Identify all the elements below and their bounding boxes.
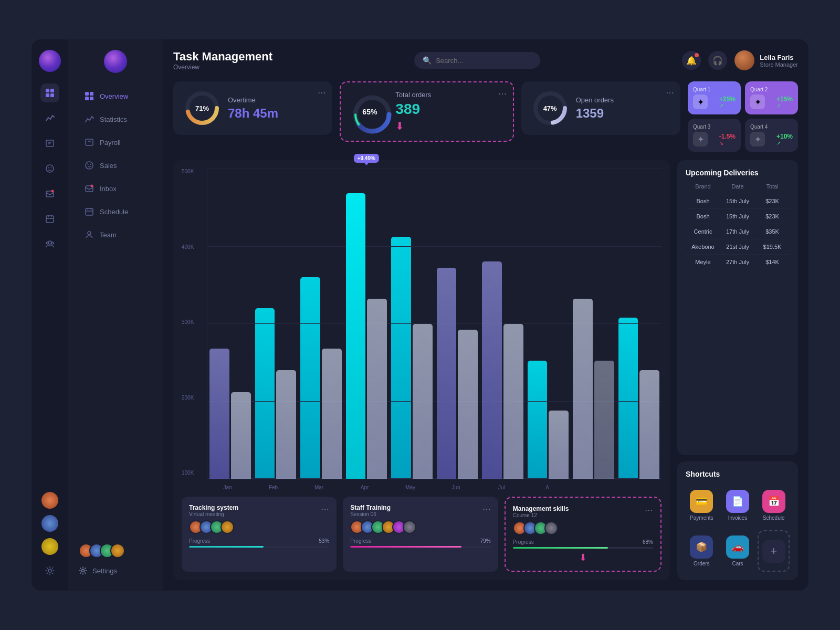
sidebar-item-sales[interactable]: Sales	[74, 155, 158, 176]
bar-aug-light	[549, 411, 569, 479]
bar-group-aug	[528, 169, 569, 479]
staff-progress-fill	[350, 546, 461, 548]
sidebar-item-inbox[interactable]: Inbox	[74, 178, 158, 199]
nav-icon-inbox[interactable]	[40, 184, 59, 203]
x-label-feb: Feb	[253, 485, 294, 490]
bottom-task-cards: Tracking system Virtual meeting ⋯	[182, 497, 662, 572]
shortcut-payments[interactable]: 💳 Payments	[686, 485, 718, 526]
svg-rect-12	[46, 216, 54, 223]
quarter-card-4[interactable]: Quart 4 ✦ +10% ↗	[745, 119, 798, 152]
nav-icon-face[interactable]	[40, 159, 59, 178]
quarter-card-1[interactable]: Quart 1 ✦ +25% ↗	[688, 81, 741, 114]
shortcut-schedule[interactable]: 📅 Schedule	[758, 485, 790, 526]
total-orders-menu[interactable]: ⋯	[498, 89, 507, 99]
search-bar[interactable]: 🔍	[414, 52, 540, 69]
open-orders-value: 1359	[576, 106, 614, 121]
bar-apr-teal	[346, 193, 366, 479]
invoices-label: Invoices	[728, 515, 748, 521]
notifications-button[interactable]: 🔔	[682, 51, 701, 70]
user-profile[interactable]: Leila Faris Store Manager	[734, 50, 798, 70]
tracking-menu[interactable]: ⋯	[321, 504, 329, 514]
open-orders-donut: 47%	[532, 90, 569, 127]
svg-rect-21	[90, 92, 93, 96]
settings-icon-bar[interactable]	[40, 561, 59, 580]
nav-icon-schedule[interactable]	[40, 209, 59, 228]
staff-menu[interactable]: ⋯	[482, 504, 491, 514]
delivery-row-3: Centric 17th July $35K	[686, 224, 790, 239]
q4-name: Quart 4	[750, 124, 793, 130]
sidebar-item-team-label: Team	[100, 231, 117, 239]
bar-aug-teal	[528, 361, 548, 479]
overtime-menu[interactable]: ⋯	[318, 88, 326, 98]
svg-point-16	[48, 241, 51, 244]
svg-point-27	[88, 164, 89, 165]
quarter-card-3[interactable]: Quart 3 ✦ -1.5% ↘	[688, 119, 741, 152]
mgmt-progress-bar	[513, 547, 653, 549]
deliveries-title: Upcoming Deliveries	[686, 169, 790, 177]
sidebar-settings[interactable]: Settings	[79, 566, 152, 575]
q3-change: -1.5%	[719, 133, 736, 140]
y-label-300k: 300K	[182, 319, 203, 325]
bar-group-feb	[255, 169, 297, 479]
bar-group-oct	[618, 169, 660, 479]
search-input[interactable]	[436, 57, 532, 65]
sidebar-item-statistics[interactable]: Statistics	[74, 109, 158, 130]
open-orders-menu[interactable]: ⋯	[666, 88, 674, 98]
tracking-title: Tracking system	[189, 504, 238, 511]
chart-x-labels: Jan Feb Mar Apr May Jun Jul A	[207, 481, 662, 490]
svg-point-8	[48, 167, 49, 169]
svg-point-26	[86, 162, 93, 169]
mgmt-avatars	[513, 521, 653, 535]
staff-avatars	[350, 520, 490, 534]
quarter-card-2[interactable]: Quart 2 ✦ +15% ↗	[745, 81, 798, 114]
svg-rect-31	[86, 208, 93, 215]
open-orders-label: Open orders	[576, 96, 614, 104]
sidebar-item-team[interactable]: Team	[74, 224, 158, 245]
add-shortcut-icon: +	[762, 540, 785, 563]
quarter-cards: Quart 1 ✦ +25% ↗ Quart 2 ✦	[688, 81, 798, 152]
tracking-subtitle: Virtual meeting	[189, 511, 238, 517]
nav-icon-team[interactable]	[40, 235, 59, 254]
q2-change: +15%	[776, 96, 793, 103]
staff-progress-label: Progress	[350, 538, 371, 544]
sidebar-item-payroll[interactable]: Payroll	[74, 132, 158, 153]
statistics-icon	[84, 114, 94, 124]
tracking-progress-fill	[189, 546, 264, 548]
nav-icon-payroll[interactable]	[40, 134, 59, 153]
nav-icon-chart[interactable]	[40, 109, 59, 128]
online-user-2	[41, 515, 58, 532]
schedule-label: Schedule	[763, 515, 785, 521]
overtime-percent: 71%	[195, 104, 209, 112]
d3-brand: Centric	[686, 228, 720, 235]
shortcut-add[interactable]: +	[758, 530, 790, 572]
staff-av6	[403, 520, 416, 534]
q2-name: Quart 2	[750, 87, 793, 92]
shortcut-cars[interactable]: 🚗 Cars	[722, 530, 754, 572]
staff-training-card: Staff Training Session 06 ⋯	[343, 497, 498, 572]
shortcut-orders[interactable]: 📦 Orders	[686, 530, 718, 572]
svg-rect-22	[85, 97, 89, 100]
sidebar-item-payroll-label: Payroll	[100, 139, 121, 146]
bar-mar-teal	[300, 277, 320, 479]
overtime-card: ⋯ 71% Overtime	[173, 81, 332, 135]
headset-button[interactable]: 🎧	[708, 51, 727, 70]
overtime-donut: 71%	[184, 90, 220, 127]
tracking-progress-bar	[189, 546, 329, 548]
payments-label: Payments	[690, 515, 713, 521]
nav-icon-grid[interactable]	[40, 83, 59, 102]
delivery-row-1: Bosh 15th July $23K	[686, 194, 790, 209]
sidebar-item-schedule[interactable]: Schedule	[74, 201, 158, 222]
sidebar-item-overview[interactable]: Overview	[74, 86, 158, 107]
d3-total: $35K	[755, 228, 790, 235]
d5-date: 27th July	[720, 259, 755, 265]
svg-point-17	[46, 242, 48, 244]
svg-rect-3	[50, 93, 54, 97]
delivery-row-5: Meyle 27th July $14K	[686, 255, 790, 269]
d5-brand: Meyle	[686, 259, 720, 265]
svg-point-11	[51, 190, 54, 193]
mgmt-menu[interactable]: ⋯	[645, 505, 653, 515]
shortcut-invoices[interactable]: 📄 Invoices	[722, 485, 754, 526]
sidebar-item-overview-label: Overview	[100, 92, 128, 100]
payments-icon: 💳	[690, 490, 713, 513]
bar-group-sep	[573, 169, 614, 479]
